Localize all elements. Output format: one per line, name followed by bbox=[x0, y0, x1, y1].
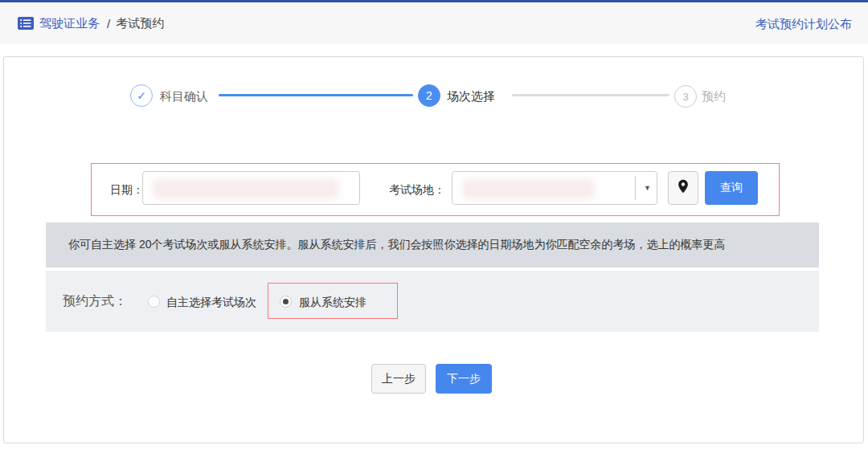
exam-plan-link[interactable]: 考试预约计划公布 bbox=[755, 17, 852, 32]
venue-select[interactable]: ▼ bbox=[452, 171, 657, 205]
step-3-label: 预约 bbox=[702, 89, 726, 104]
radio-system-arrange[interactable] bbox=[280, 296, 292, 308]
redacted-venue-value bbox=[462, 178, 595, 199]
breadcrumb: 驾驶证业务 / 考试预约 bbox=[18, 14, 164, 33]
step-1-circle: ✓ bbox=[130, 84, 153, 107]
select-divider bbox=[635, 176, 636, 200]
step-3-circle: 3 bbox=[674, 85, 697, 108]
step-2-label: 场次选择 bbox=[447, 89, 495, 104]
step-2-circle: 2 bbox=[418, 84, 440, 107]
page: 驾驶证业务 / 考试预约 考试预约计划公布 ✓ 科目确认 2 场次选择 3 预约… bbox=[0, 0, 868, 449]
step-1-label: 科目确认 bbox=[160, 89, 208, 104]
location-pin-icon bbox=[678, 179, 689, 197]
step-2-number: 2 bbox=[426, 89, 432, 102]
notice-text: 你可自主选择 20个考试场次或服从系统安排。服从系统安排后，我们会按照你选择的日… bbox=[46, 238, 725, 252]
map-location-button[interactable] bbox=[668, 171, 698, 205]
step-3-number: 3 bbox=[682, 91, 688, 103]
prev-step-button[interactable]: 上一步 bbox=[371, 364, 426, 394]
radio-self-select-label[interactable]: 自主选择考试场次 bbox=[166, 296, 256, 310]
breadcrumb-section[interactable]: 驾驶证业务 bbox=[39, 16, 100, 31]
breadcrumb-separator: / bbox=[107, 17, 110, 31]
list-icon bbox=[18, 17, 34, 30]
chevron-down-icon[interactable]: ▼ bbox=[644, 184, 651, 192]
redacted-date-value bbox=[153, 178, 339, 199]
date-label: 日期： bbox=[110, 183, 144, 198]
search-button[interactable]: 查询 bbox=[705, 171, 758, 205]
stepper-connector-pending bbox=[512, 94, 669, 96]
booking-method-label: 预约方式： bbox=[63, 293, 127, 310]
check-icon: ✓ bbox=[137, 89, 146, 102]
notice-bar: 你可自主选择 20个考试场次或服从系统安排。服从系统安排后，我们会按照你选择的日… bbox=[46, 222, 819, 267]
page-header: 驾驶证业务 / 考试预约 考试预约计划公布 bbox=[0, 2, 868, 44]
breadcrumb-current: 考试预约 bbox=[116, 16, 164, 31]
radio-self-select[interactable] bbox=[148, 296, 160, 308]
venue-label: 考试场地： bbox=[389, 183, 445, 198]
stepper-connector-done bbox=[219, 94, 413, 96]
next-step-button[interactable]: 下一步 bbox=[436, 364, 492, 394]
radio-system-arrange-label[interactable]: 服从系统安排 bbox=[299, 296, 366, 310]
date-input[interactable] bbox=[142, 171, 360, 205]
booking-method-section bbox=[46, 271, 819, 332]
